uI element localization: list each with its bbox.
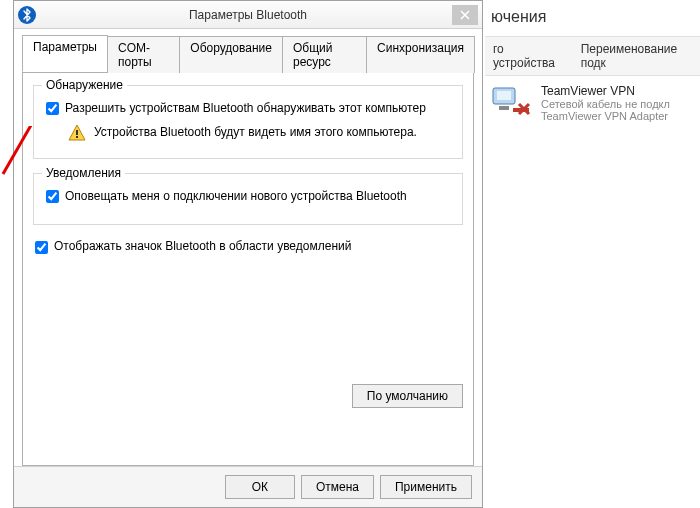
bg-header-text: ючения xyxy=(485,0,700,36)
adapter-status: Сетевой кабель не подкл xyxy=(541,98,670,110)
allow-discovery-checkbox[interactable] xyxy=(46,102,59,115)
defaults-button[interactable]: По умолчанию xyxy=(352,384,463,408)
tab-parameters[interactable]: Параметры xyxy=(22,35,108,72)
dialog-title: Параметры Bluetooth xyxy=(189,8,307,22)
discovery-fieldset: Обнаружение Разрешить устройствам Blueto… xyxy=(33,85,463,159)
cancel-button[interactable]: Отмена xyxy=(301,475,374,499)
tab-sync[interactable]: Синхронизация xyxy=(366,36,475,73)
allow-discovery-label[interactable]: Разрешить устройствам Bluetooth обнаружи… xyxy=(65,100,426,116)
notify-connect-row: Оповещать меня о подключении нового устр… xyxy=(46,188,450,204)
discovery-warning: Устройства Bluetooth будут видеть имя эт… xyxy=(68,124,450,142)
notify-connect-checkbox[interactable] xyxy=(46,190,59,203)
adapter-driver: TeamViewer VPN Adapter xyxy=(541,110,670,122)
allow-discovery-row: Разрешить устройствам Bluetooth обнаружи… xyxy=(46,100,450,116)
tab-com-ports[interactable]: COM-порты xyxy=(107,36,180,73)
tab-sharing[interactable]: Общий ресурс xyxy=(282,36,367,73)
notifications-legend: Уведомления xyxy=(42,166,125,180)
warning-icon xyxy=(68,124,86,142)
dialog-footer: ОК Отмена Применить xyxy=(14,466,482,507)
close-button[interactable] xyxy=(452,5,478,25)
svg-rect-4 xyxy=(76,136,78,138)
tab-strip: Параметры COM-порты Оборудование Общий р… xyxy=(22,35,474,73)
tray-icon-row: Отображать значок Bluetooth в области ув… xyxy=(35,239,461,254)
adapter-title: TeamViewer VPN xyxy=(541,84,670,98)
bg-toolbar: го устройства Переименование подк xyxy=(485,36,700,76)
svg-rect-2 xyxy=(499,106,509,110)
network-adapter-icon xyxy=(491,84,533,118)
notify-connect-label[interactable]: Оповещать меня о подключении нового устр… xyxy=(65,188,407,204)
svg-rect-3 xyxy=(76,130,78,135)
defaults-row: По умолчанию xyxy=(33,384,463,408)
warning-text: Устройства Bluetooth будут видеть имя эт… xyxy=(94,124,417,140)
background-panel: ючения го устройства Переименование подк… xyxy=(485,0,700,508)
network-adapter-item[interactable]: TeamViewer VPN Сетевой кабель не подкл T… xyxy=(485,76,700,130)
svg-rect-1 xyxy=(497,91,511,100)
tab-hardware[interactable]: Оборудование xyxy=(179,36,283,73)
apply-button[interactable]: Применить xyxy=(380,475,472,499)
bluetooth-settings-dialog: Параметры Bluetooth Параметры COM-порты … xyxy=(13,0,483,508)
dialog-body: Параметры COM-порты Оборудование Общий р… xyxy=(14,29,482,466)
adapter-text: TeamViewer VPN Сетевой кабель не подкл T… xyxy=(541,84,670,122)
tab-content: Обнаружение Разрешить устройствам Blueto… xyxy=(22,73,474,466)
tray-icon-checkbox[interactable] xyxy=(35,241,48,254)
titlebar: Параметры Bluetooth xyxy=(14,1,482,29)
notifications-fieldset: Уведомления Оповещать меня о подключении… xyxy=(33,173,463,225)
bluetooth-icon xyxy=(18,6,36,24)
discovery-legend: Обнаружение xyxy=(42,78,127,92)
bg-toolbar-item[interactable]: го устройства xyxy=(493,42,561,70)
close-icon xyxy=(460,10,470,20)
ok-button[interactable]: ОК xyxy=(225,475,295,499)
bg-toolbar-item[interactable]: Переименование подк xyxy=(581,42,692,70)
tray-icon-label[interactable]: Отображать значок Bluetooth в области ув… xyxy=(54,239,351,253)
